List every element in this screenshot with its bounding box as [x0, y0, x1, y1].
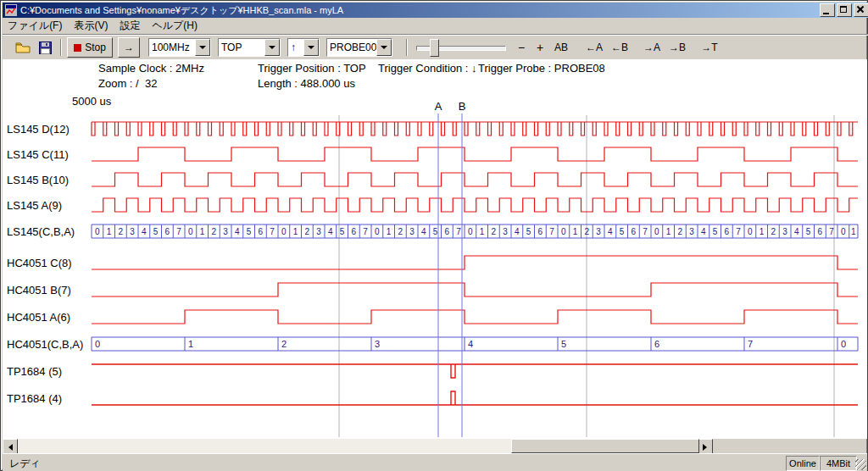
menu-file[interactable]: ファイル(F)	[3, 17, 69, 35]
ab-cursors-button[interactable]: AB	[550, 38, 572, 57]
waveform-client-area[interactable]	[3, 59, 867, 439]
goto-cursor-b-button[interactable]: ←B	[608, 38, 632, 57]
trigger-probe-info: Trigger Probe : PROBE08	[478, 62, 605, 75]
maximize-icon	[840, 6, 847, 13]
minimize-button[interactable]	[820, 3, 835, 17]
toolbar: Stop → 100MHz TOP ↑ PROBE00 − + AB ←A ←B…	[3, 34, 868, 60]
chevron-down-icon	[269, 46, 275, 53]
length-info: Length : 488.000 us	[258, 77, 355, 90]
menubar: ファイル(F) 表示(V) 設定 ヘルプ(H)	[3, 18, 867, 34]
stop-button[interactable]: Stop	[67, 37, 113, 58]
goto-trigger-button[interactable]: →T	[698, 38, 721, 57]
sample-clock-value: 100MHz	[149, 42, 195, 53]
menu-help[interactable]: ヘルプ(H)	[147, 17, 204, 35]
open-folder-icon	[15, 42, 31, 54]
sample-clock-combobox[interactable]: 100MHz	[148, 38, 211, 57]
trigger-edge-dropdown-button[interactable]	[303, 39, 319, 56]
close-button[interactable]	[854, 3, 868, 17]
scrollbar-track[interactable]	[18, 439, 698, 453]
chevron-down-icon	[381, 46, 387, 53]
maximize-button[interactable]	[837, 3, 852, 17]
save-floppy-icon	[39, 42, 52, 54]
minimize-icon	[823, 13, 829, 14]
goto-cursor-a-button[interactable]: ←A	[582, 38, 606, 57]
status-memory-badge: 4MBit	[820, 456, 857, 471]
save-button[interactable]	[35, 38, 55, 57]
titlebar[interactable]: C:¥Documents and Settings¥noname¥デスクトップ¥…	[3, 3, 868, 18]
trigger-position-value: TOP	[219, 42, 264, 53]
app-icon	[5, 4, 17, 16]
set-cursor-b-button[interactable]: →B	[665, 38, 689, 57]
status-ready-text: レディ	[9, 457, 41, 471]
trigger-position-combobox[interactable]: TOP	[218, 38, 281, 57]
zoom-info: Zoom : / 32	[98, 77, 157, 90]
time-grid-label: 5000 us	[72, 95, 111, 108]
trigger-probe-value: PROBE00	[327, 42, 376, 53]
trigger-probe-dropdown-button[interactable]	[376, 39, 392, 56]
status-online-badge: Online	[786, 456, 820, 471]
toolbar-separator	[60, 39, 62, 56]
app-window: C:¥Documents and Settings¥noname¥デスクトップ¥…	[0, 0, 868, 471]
resize-grip-icon[interactable]	[855, 459, 866, 470]
sample-clock-info: Sample Clock : 2MHz	[98, 62, 204, 75]
trigger-edge-combobox[interactable]: ↑	[287, 38, 320, 57]
set-cursor-a-button[interactable]: →A	[640, 38, 664, 57]
toolbar-separator	[406, 39, 408, 56]
trigger-probe-combobox[interactable]: PROBE00	[326, 38, 392, 57]
statusbar: レディ Online 4MBit	[3, 453, 867, 471]
zoom-slider-thumb[interactable]	[430, 39, 439, 57]
scrollbar-thumb[interactable]	[511, 439, 699, 453]
open-button[interactable]	[13, 38, 33, 57]
zoom-in-button[interactable]: +	[531, 38, 548, 57]
chevron-down-icon	[308, 46, 314, 53]
run-button[interactable]: →	[118, 37, 140, 58]
triangle-right-icon	[703, 444, 710, 451]
horizontal-scrollbar[interactable]	[3, 439, 713, 453]
sample-clock-dropdown-button[interactable]	[195, 39, 210, 56]
zoom-out-button[interactable]: −	[513, 38, 530, 57]
window-title: C:¥Documents and Settings¥noname¥デスクトップ¥…	[20, 4, 818, 17]
trigger-condition-info: Trigger Condition : ↓	[378, 62, 477, 75]
chevron-down-icon	[199, 46, 206, 53]
stop-label: Stop	[85, 42, 106, 53]
trigger-position-dropdown-button[interactable]	[264, 39, 280, 56]
zoom-slider[interactable]	[416, 38, 506, 57]
run-arrow-icon: →	[124, 42, 134, 53]
stop-icon	[74, 44, 81, 52]
trigger-position-info: Trigger Position : TOP	[258, 62, 366, 75]
menu-view[interactable]: 表示(V)	[69, 17, 114, 35]
trigger-edge-value: ↑	[288, 42, 303, 53]
menu-settings[interactable]: 設定	[114, 17, 147, 35]
triangle-left-icon	[5, 444, 13, 451]
